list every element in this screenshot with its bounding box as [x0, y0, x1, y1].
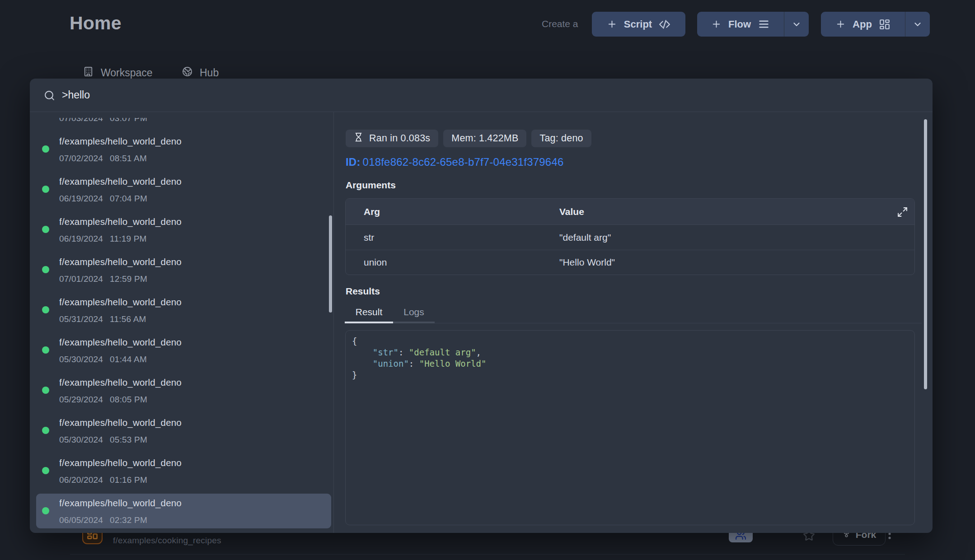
run-datetime: 05/31/202411:56 AM: [59, 314, 146, 324]
create-app-button[interactable]: App: [821, 12, 905, 37]
memory-badge-label: Mem: 1.422MB: [451, 133, 518, 144]
tab-workspace[interactable]: Workspace: [83, 66, 153, 79]
create-app-label: App: [853, 19, 872, 30]
run-list-item[interactable]: f/examples/hello_world_deno06/05/202402:…: [36, 494, 331, 528]
plus-icon: [835, 19, 846, 29]
duration-badge-label: Ran in 0.083s: [369, 133, 430, 144]
create-flow-dropdown-button[interactable]: [784, 12, 809, 37]
run-path: f/examples/hello_world_deno: [59, 257, 182, 267]
run-status-dot: [42, 186, 49, 193]
divider: [30, 112, 933, 112]
code-line: {: [352, 336, 908, 347]
run-datetime: 05/30/202405:53 PM: [59, 435, 147, 445]
run-path: f/examples/hello_world_deno: [59, 498, 182, 509]
run-status-dot: [42, 226, 49, 233]
app-item-path: f/examples/cooking_recipes: [113, 536, 221, 546]
arg-name-cell: union: [346, 257, 559, 268]
run-path: f/examples/hello_world_deno: [59, 337, 182, 348]
tab-workspace-label: Workspace: [101, 67, 153, 79]
tab-hub[interactable]: Hub: [182, 66, 219, 79]
page-title: Home: [70, 13, 122, 34]
run-path: f/examples/hello_world_deno: [59, 457, 182, 468]
run-datetime: 06/19/202411:19 PM: [59, 234, 147, 244]
code-line: "union": "Hello World": [352, 358, 908, 369]
run-datetime: 05/29/202408:05 PM: [59, 395, 147, 405]
arguments-table-header: Arg Value: [346, 199, 914, 225]
detail-panel-scrollbar[interactable]: [924, 119, 927, 389]
layout-dashboard-icon: [879, 19, 891, 30]
run-datetime: 07/01/202412:59 PM: [59, 274, 147, 284]
flow-lines-icon: [758, 18, 770, 30]
run-status-dot: [42, 346, 49, 354]
run-status-dot: [42, 266, 49, 273]
create-flow-button[interactable]: Flow: [697, 12, 784, 37]
run-list-item[interactable]: f/examples/hello_world_deno05/29/202408:…: [36, 373, 331, 408]
results-title: Results: [346, 286, 380, 297]
arguments-table-row: str"default arg": [346, 225, 914, 250]
run-datetime: 06/19/202407:04 PM: [59, 194, 147, 204]
tab-logs-underline: [393, 322, 435, 323]
run-list-scrollbar[interactable]: [329, 215, 332, 313]
create-app-dropdown-button[interactable]: [905, 12, 930, 37]
run-datetime: 07/03/202403:07 PM: [59, 118, 147, 123]
run-list-item[interactable]: f/examples/hello_world_deno06/20/202401:…: [36, 453, 331, 488]
plus-icon: [711, 19, 722, 29]
tag-badge: Tag: deno: [531, 130, 591, 147]
run-id-label: ID:: [346, 156, 361, 168]
arg-value-cell: "Hello World": [559, 257, 914, 268]
run-list-item[interactable]: f/examples/hello_world_deno07/03/202403:…: [36, 118, 331, 126]
run-list-item[interactable]: f/examples/hello_world_deno05/31/202411:…: [36, 293, 331, 327]
run-status-dot: [42, 427, 49, 434]
run-path: f/examples/hello_world_deno: [59, 216, 182, 227]
run-list-item[interactable]: f/examples/hello_world_deno05/30/202405:…: [36, 413, 331, 448]
run-datetime: 06/05/202402:32 PM: [59, 515, 147, 525]
value-column-header: Value: [559, 206, 914, 217]
result-json-viewer[interactable]: { "str": "default arg", "union": "Hello …: [345, 330, 915, 525]
tab-result[interactable]: Result: [345, 307, 393, 322]
create-flow-label: Flow: [728, 19, 751, 30]
run-status-dot: [42, 467, 49, 474]
duration-badge: Ran in 0.083s: [346, 130, 438, 147]
create-a-label: Create a: [542, 19, 578, 29]
code-line: }: [352, 369, 908, 381]
run-list-item[interactable]: f/examples/hello_world_deno07/01/202412:…: [36, 252, 331, 287]
run-datetime: 05/30/202401:44 AM: [59, 355, 147, 364]
run-datetime: 06/20/202401:16 PM: [59, 475, 147, 485]
tab-logs[interactable]: Logs: [393, 307, 435, 322]
code-line: "str": "default arg",: [352, 347, 908, 358]
divider: [70, 554, 905, 555]
code-icon: [659, 19, 670, 30]
run-list-item[interactable]: f/examples/hello_world_deno06/19/202407:…: [36, 172, 331, 207]
arguments-table: Arg Value str"default arg"union"Hello Wo…: [345, 198, 915, 275]
building-icon: [83, 66, 94, 79]
arg-value-cell: "default arg": [559, 232, 914, 243]
arg-name-cell: str: [346, 232, 559, 243]
hourglass-icon: [354, 132, 363, 145]
expand-icon[interactable]: [897, 206, 908, 220]
run-status-dot: [42, 507, 49, 514]
create-script-label: Script: [624, 19, 652, 30]
run-stats-row: Ran in 0.083s Mem: 1.422MB Tag: deno: [346, 130, 591, 147]
run-path: f/examples/hello_world_deno: [59, 136, 182, 147]
tab-hub-label: Hub: [200, 67, 219, 79]
tab-result-underline: [345, 322, 393, 323]
divider: [333, 112, 334, 533]
run-status-dot: [42, 306, 49, 313]
chevron-down-icon: [792, 19, 802, 29]
results-tabs: Result Logs: [345, 307, 435, 322]
run-path: f/examples/hello_world_deno: [59, 377, 182, 388]
search-input[interactable]: >hello: [62, 89, 90, 101]
globe-icon: [182, 66, 192, 79]
run-path: f/examples/hello_world_deno: [59, 176, 182, 187]
windmill-home-page: Home Create a Script Flow App Workspace …: [0, 0, 975, 560]
arguments-table-row: union"Hello World": [346, 250, 914, 275]
tag-badge-label: Tag: deno: [539, 133, 583, 144]
create-script-button[interactable]: Script: [592, 12, 685, 37]
run-id-line[interactable]: ID:018fe862-8c62-65e8-b7f7-04e31f379646: [346, 156, 564, 168]
run-id-value: 018fe862-8c62-65e8-b7f7-04e31f379646: [363, 156, 564, 168]
search-modal: >hello f/examples/hello_world_deno07/03/…: [30, 79, 933, 533]
run-list-item[interactable]: f/examples/hello_world_deno05/30/202401:…: [36, 333, 331, 368]
run-status-dot: [42, 387, 49, 394]
run-list-item[interactable]: f/examples/hello_world_deno07/02/202408:…: [36, 132, 331, 167]
run-list-item[interactable]: f/examples/hello_world_deno06/19/202411:…: [36, 212, 331, 247]
